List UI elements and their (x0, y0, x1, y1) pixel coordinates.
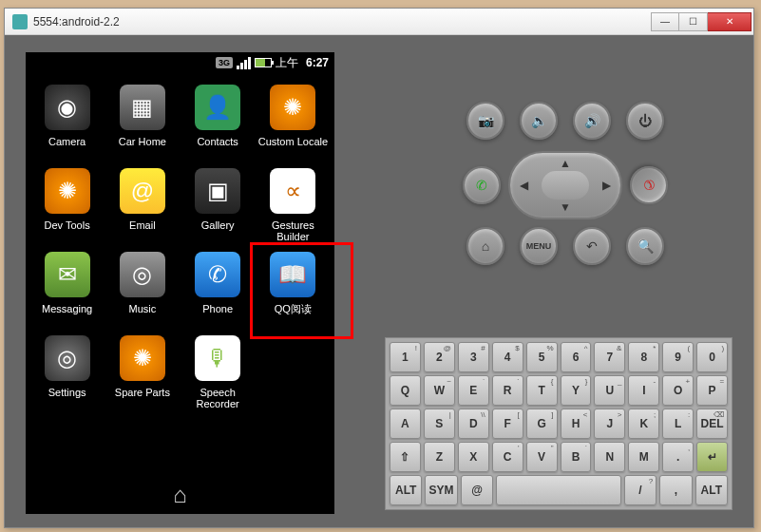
key-sym[interactable]: SYM (425, 475, 457, 505)
dpad-down[interactable]: ▼ (560, 200, 571, 214)
key-f[interactable]: [F (492, 408, 523, 439)
call-button[interactable]: ✆ (463, 166, 501, 204)
key-shift[interactable]: ⇧ (390, 442, 421, 472)
custom-locale-icon: ✺ (270, 85, 315, 130)
app-email[interactable]: @Email (105, 168, 180, 242)
app-dev-tools[interactable]: ✺Dev Tools (29, 168, 105, 242)
key-5[interactable]: %5 (526, 342, 558, 372)
home-button[interactable]: ⌂ (466, 227, 504, 265)
key-e[interactable]: ´E (458, 375, 489, 406)
window-title: 5554:android-2.2 (33, 15, 651, 28)
back-button[interactable]: ↶ (573, 227, 611, 265)
network-badge: 3G (216, 57, 233, 68)
app-label: Dev Tools (45, 219, 90, 242)
key-0[interactable]: )0 (696, 342, 728, 372)
key-space[interactable] (496, 475, 621, 505)
key-comma[interactable]: , (659, 475, 692, 505)
key-6[interactable]: ^6 (561, 342, 592, 372)
key-alt-left[interactable]: ALT (390, 475, 422, 505)
key-y[interactable]: }Y (561, 375, 592, 406)
app-label: Custom Locale (258, 136, 328, 159)
dpad-left[interactable]: ◀ (520, 179, 528, 192)
dpad[interactable]: ▲ ▼ ◀ ▶ (508, 151, 622, 219)
app-label: Car Home (119, 136, 166, 159)
key-.[interactable]: ,. (662, 442, 694, 472)
key-7[interactable]: &7 (594, 342, 625, 372)
app-label: Contacts (197, 136, 238, 159)
app-gallery[interactable]: ▣Gallery (181, 168, 256, 242)
key-s[interactable]: |S (424, 408, 455, 439)
app-contacts[interactable]: 👤Contacts (181, 85, 256, 159)
key-l[interactable]: :L (662, 408, 694, 439)
key-v[interactable]: "V (526, 442, 558, 472)
app-speech-recorder[interactable]: 🎙Speech Recorder (181, 335, 256, 409)
volume-up-button[interactable]: 🔊 (573, 102, 611, 140)
key-h[interactable]: <H (561, 408, 592, 439)
key-w[interactable]: ~W (424, 375, 455, 406)
app-phone[interactable]: ✆Phone (181, 252, 256, 326)
app-spare-parts[interactable]: ✺Spare Parts (105, 335, 180, 409)
app-gestures-builder[interactable]: ∝Gestures Builder (256, 168, 331, 242)
app-qq-read[interactable]: 📖QQ阅读 (256, 252, 331, 326)
app-music[interactable]: ◎Music (105, 252, 180, 326)
key-3[interactable]: #3 (458, 342, 489, 372)
close-button[interactable]: ✕ (708, 12, 751, 31)
key-i[interactable]: -I (628, 375, 659, 406)
app-messaging[interactable]: ✉Messaging (29, 252, 105, 326)
key-delete[interactable]: ⌫DEL (696, 408, 728, 439)
volume-down-button[interactable]: 🔈 (520, 102, 558, 140)
search-button[interactable]: 🔍 (626, 227, 664, 265)
emulator-body: 3G 上午 6:27 ◉Camera▦Car Home👤Contacts✺Cus… (5, 35, 753, 527)
app-label: QQ阅读 (275, 303, 312, 326)
key-1[interactable]: !1 (390, 342, 421, 372)
end-call-button[interactable]: ✆ (622, 159, 676, 213)
hardware-keyboard: !1@2#3$4%5^6&7*8(9)0Q~W´E`R{T}Y_U-I+O=PA… (385, 337, 732, 510)
key-c[interactable]: 'C (492, 442, 523, 472)
app-car-home[interactable]: ▦Car Home (105, 85, 180, 159)
key-q[interactable]: Q (390, 375, 421, 406)
menu-button[interactable]: MENU (520, 227, 558, 265)
dpad-right[interactable]: ▶ (602, 179, 611, 192)
key-8[interactable]: *8 (628, 342, 659, 372)
key-p[interactable]: =P (696, 375, 728, 406)
minimize-button[interactable]: — (651, 12, 679, 31)
key-x[interactable]: X (458, 442, 489, 472)
key-k[interactable]: ;K (628, 408, 659, 439)
maximize-button[interactable]: ☐ (679, 12, 708, 31)
key-4[interactable]: $4 (492, 342, 523, 372)
clock: 6:27 (306, 56, 329, 69)
key-j[interactable]: >J (594, 408, 625, 439)
key-g[interactable]: ]G (526, 408, 558, 439)
dpad-up[interactable]: ▲ (560, 157, 571, 170)
dpad-center[interactable] (542, 171, 589, 200)
key-b[interactable]: ´B (561, 442, 592, 472)
key-a[interactable]: A (390, 408, 421, 439)
key-m[interactable]: M (628, 442, 659, 472)
email-icon: @ (120, 168, 165, 214)
key-t[interactable]: {T (526, 375, 558, 406)
key-z[interactable]: Z (424, 442, 455, 472)
key-n[interactable]: N (594, 442, 625, 472)
camera-button[interactable]: 📷 (466, 102, 504, 140)
app-grid: ◉Camera▦Car Home👤Contacts✺Custom Locale✺… (26, 73, 334, 421)
app-label: Gallery (201, 219, 235, 242)
app-settings[interactable]: ◎Settings (29, 335, 105, 409)
key-alt-right[interactable]: ALT (695, 475, 728, 505)
device-screen: 3G 上午 6:27 ◉Camera▦Car Home👤Contacts✺Cus… (26, 52, 334, 514)
power-button[interactable]: ⏻ (626, 102, 664, 140)
key-slash[interactable]: ?/ (624, 475, 656, 505)
key-2[interactable]: @2 (424, 342, 455, 372)
key-enter[interactable]: ↵ (696, 442, 728, 472)
settings-icon: ◎ (45, 335, 90, 381)
key-at[interactable]: @ (461, 475, 493, 505)
app-camera[interactable]: ◉Camera (29, 85, 105, 159)
key-r[interactable]: `R (492, 375, 523, 406)
home-icon[interactable]: ⌂ (173, 482, 187, 508)
app-custom-locale[interactable]: ✺Custom Locale (256, 85, 331, 159)
key-9[interactable]: (9 (662, 342, 694, 372)
key-u[interactable]: _U (594, 375, 625, 406)
key-o[interactable]: +O (662, 375, 694, 406)
key-d[interactable]: \\D (458, 408, 489, 439)
app-label: Messaging (42, 303, 92, 326)
contacts-icon: 👤 (195, 85, 240, 130)
